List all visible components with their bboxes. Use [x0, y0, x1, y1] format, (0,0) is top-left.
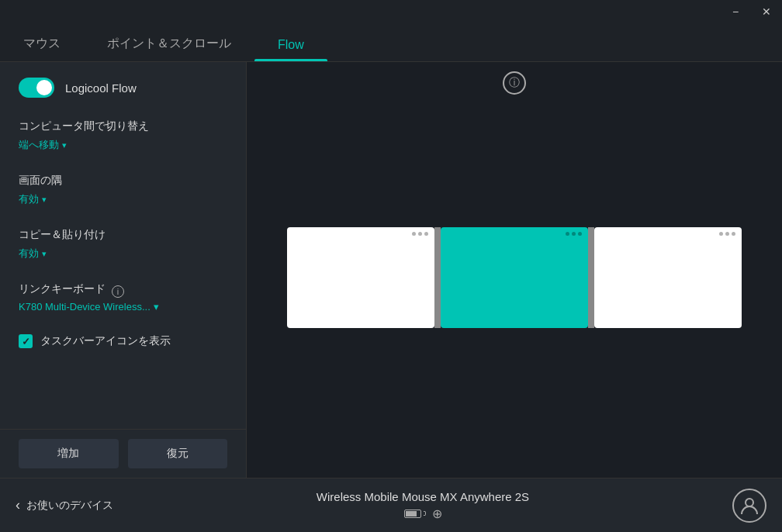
screen-corner-title: 画面の隅 — [19, 174, 227, 188]
svg-point-0 — [746, 499, 753, 506]
bottom-bar: ‹ お使いのデバイス Wireless Mobile Mouse MX Anyw… — [0, 478, 782, 532]
content-area: ⓘ — [247, 62, 782, 478]
taskbar-checkbox-row: ✓ タスクバーアイコンを表示 — [19, 334, 227, 348]
dot-3 — [424, 232, 428, 236]
back-button[interactable]: ‹ お使いのデバイス — [16, 497, 113, 513]
copy-paste-sub-label: 有効 — [19, 247, 39, 261]
screen-corner-chevron: ▾ — [42, 195, 47, 205]
screen-corner-sub-label: 有効 — [19, 192, 39, 206]
logicool-flow-section: Logicool Flow — [19, 78, 227, 98]
monitor-separator-1 — [434, 227, 441, 328]
add-button[interactable]: 増加 — [19, 439, 119, 468]
minimize-button[interactable]: − — [720, 0, 751, 23]
keyboard-name: K780 Multi-Device Wireless... — [19, 301, 151, 313]
logicool-flow-toggle[interactable] — [19, 78, 54, 98]
dot-7 — [719, 232, 723, 236]
battery-tip — [424, 511, 426, 516]
monitor-left[interactable] — [287, 227, 434, 328]
linked-keyboard-title: リンクキーボード — [19, 282, 106, 296]
logicool-flow-label: Logicool Flow — [65, 81, 137, 95]
switch-computers-chevron: ▾ — [62, 140, 67, 150]
keyboard-link[interactable]: K780 Multi-Device Wireless... ▾ — [19, 301, 227, 313]
back-label: お使いのデバイス — [26, 499, 113, 513]
tab-bar: マウス ポイント＆スクロール Flow — [0, 0, 782, 62]
linked-keyboard-info-icon[interactable]: i — [112, 285, 124, 298]
battery-body — [404, 510, 421, 518]
device-info: Wireless Mobile Mouse MX Anywhere 2S ⊕ — [113, 490, 732, 521]
restore-button[interactable]: 復元 — [128, 439, 228, 468]
sidebar: Logicool Flow コンピュータ間で切り替え 端へ移動 ▾ 画面の隅 有… — [0, 62, 247, 478]
monitor-center[interactable] — [441, 227, 588, 328]
device-icons: ⊕ — [113, 506, 732, 521]
main-layout: Logicool Flow コンピュータ間で切り替え 端へ移動 ▾ 画面の隅 有… — [0, 62, 782, 478]
switch-computers-section: コンピュータ間で切り替え 端へ移動 ▾ — [19, 119, 227, 152]
keyboard-chevron: ▾ — [154, 301, 159, 313]
toggle-knob — [36, 80, 52, 95]
switch-computers-sub-label: 端へ移動 — [19, 138, 59, 152]
switch-computers-title: コンピュータ間で切り替え — [19, 119, 227, 133]
switch-computers-sub[interactable]: 端へ移動 ▾ — [19, 138, 227, 152]
copy-paste-sub[interactable]: 有効 ▾ — [19, 247, 227, 261]
profile-button[interactable] — [732, 489, 766, 523]
screen-corner-section: 画面の隅 有効 ▾ — [19, 174, 227, 206]
copy-paste-title: コピー＆貼り付け — [19, 228, 227, 242]
profile-icon — [739, 496, 760, 516]
device-name: Wireless Mobile Mouse MX Anywhere 2S — [113, 490, 732, 503]
dot-2 — [418, 232, 422, 236]
monitor-left-dots — [412, 232, 428, 236]
copy-paste-chevron: ▾ — [42, 249, 47, 259]
taskbar-checkbox[interactable]: ✓ — [19, 334, 33, 348]
screen-corner-sub[interactable]: 有効 ▾ — [19, 192, 227, 206]
dot-4 — [566, 232, 569, 236]
back-arrow-icon: ‹ — [16, 497, 20, 513]
dot-9 — [732, 232, 735, 236]
monitor-right-dots — [719, 232, 735, 236]
linked-keyboard-section: リンクキーボード i K780 Multi-Device Wireless...… — [19, 282, 227, 313]
logicool-flow-row: Logicool Flow — [19, 78, 227, 98]
battery-fill — [406, 511, 417, 516]
tab-mouse[interactable]: マウス — [0, 26, 84, 61]
monitor-right[interactable] — [594, 227, 742, 328]
content-info-icon[interactable]: ⓘ — [503, 71, 526, 95]
tab-flow[interactable]: Flow — [254, 29, 327, 61]
tab-point-scroll[interactable]: ポイント＆スクロール — [84, 26, 254, 61]
monitor-center-dots — [566, 232, 582, 236]
dot-5 — [572, 232, 576, 236]
dot-6 — [578, 232, 582, 236]
title-bar: − ✕ — [720, 0, 782, 23]
battery-icon — [404, 510, 426, 518]
dot-8 — [725, 232, 729, 236]
close-button[interactable]: ✕ — [751, 0, 782, 23]
buttons-row: 増加 復元 — [0, 429, 247, 478]
dot-1 — [412, 232, 416, 236]
taskbar-label: タスクバーアイコンを表示 — [40, 334, 171, 348]
monitor-separator-2 — [588, 227, 594, 328]
taskbar-section: ✓ タスクバーアイコンを表示 — [19, 334, 227, 348]
copy-paste-section: コピー＆貼り付け 有効 ▾ — [19, 228, 227, 261]
monitors-container — [287, 227, 742, 328]
usb-receiver-icon: ⊕ — [432, 506, 442, 521]
checkmark-icon: ✓ — [22, 336, 30, 347]
